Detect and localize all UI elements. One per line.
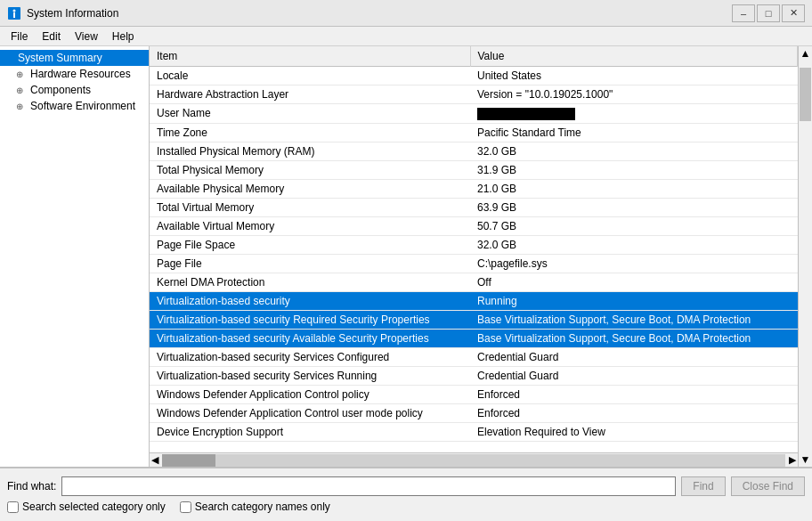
find-bar: Find what: Find Close Find Search select… [0,468,812,521]
sidebar-item-hardware-resources[interactable]: ⊕Hardware Resources [0,66,149,82]
find-row: Find what: Find Close Find [7,476,805,496]
table-row[interactable]: Windows Defender Application Control pol… [150,385,798,403]
cell-value [470,104,798,124]
scroll-down-btn[interactable]: ▼ [799,452,812,467]
table-row[interactable]: Time ZonePacific Standard Time [150,123,798,142]
cell-item: Locale [150,67,470,85]
content-area: Item Value LocaleUnited StatesHardware A… [150,46,798,467]
table-row[interactable]: Page FileC:\pagefile.sys [150,254,798,273]
h-scroll-track[interactable] [162,454,785,467]
cell-item: Virtualization-based security Services C… [150,347,470,366]
main-area: System Summary⊕Hardware Resources⊕Compon… [0,46,812,468]
cell-value: Credential Guard [470,347,798,366]
cell-item: Page File Space [150,235,470,254]
find-what-label: Find what: [7,480,56,493]
cell-item: Total Physical Memory [150,160,470,179]
cell-item: Windows Defender Application Control pol… [150,385,470,403]
cell-item: Time Zone [150,123,470,142]
expander-icon: ⊕ [16,102,28,111]
table-row[interactable]: Device Encryption SupportElevation Requi… [150,422,798,441]
cell-item: Available Virtual Memory [150,216,470,235]
col-header-item: Item [150,46,470,67]
window-controls: – □ ✕ [732,4,805,22]
search-selected-category-label: Search selected category only [7,501,166,513]
cell-value: 63.9 GB [470,198,798,216]
cell-value: Running [470,291,798,310]
table-row[interactable]: Page File Space32.0 GB [150,235,798,254]
sidebar-label: System Summary [18,52,102,64]
cell-value: 21.0 GB [470,179,798,198]
scroll-left-btn[interactable]: ◀ [150,454,160,466]
table-row[interactable]: Virtualization-based securityRunning [150,291,798,310]
check-row: Search selected category only Search cat… [7,501,805,513]
cell-value: United States [470,67,798,85]
horizontal-scrollbar[interactable]: ◀ ▶ [150,452,798,467]
cell-item: Total Virtual Memory [150,198,470,216]
table-row[interactable]: User Name [150,104,798,124]
cell-value: Base Virtualization Support, Secure Boot… [470,310,798,329]
table-row[interactable]: Windows Defender Application Control use… [150,403,798,422]
find-button[interactable]: Find [681,476,725,496]
table-row[interactable]: Hardware Abstraction LayerVersion = "10.… [150,85,798,104]
cell-value: 32.0 GB [470,142,798,160]
cell-item: Virtualization-based security [150,291,470,310]
sidebar-label: Components [30,84,91,96]
h-scroll-thumb[interactable] [162,454,215,467]
scroll-right-btn[interactable]: ▶ [787,454,798,466]
menu-bar: FileEditViewHelp [0,27,812,46]
cell-item: Installed Physical Memory (RAM) [150,142,470,160]
sidebar-item-software-environment[interactable]: ⊕Software Environment [0,98,149,114]
window-title: System Information [27,7,732,20]
col-header-value: Value [470,46,798,67]
table-row[interactable]: Available Virtual Memory50.7 GB [150,216,798,235]
table-row[interactable]: Total Virtual Memory63.9 GB [150,198,798,216]
cell-value: Credential Guard [470,366,798,385]
table-row[interactable]: Total Physical Memory31.9 GB [150,160,798,179]
v-scroll-thumb[interactable] [800,68,811,121]
table-row[interactable]: Virtualization-based security Services C… [150,347,798,366]
close-button[interactable]: ✕ [782,4,805,22]
table-header-row: Item Value [150,46,798,67]
table-row[interactable]: Virtualization-based security Required S… [150,310,798,329]
app-icon [7,6,21,20]
table-row[interactable]: Available Physical Memory21.0 GB [150,179,798,198]
find-input[interactable] [61,476,676,496]
menu-item-view[interactable]: View [68,28,105,45]
table-row[interactable]: Kernel DMA ProtectionOff [150,273,798,291]
cell-item: User Name [150,104,470,124]
maximize-button[interactable]: □ [757,4,780,22]
cell-value: Elevation Required to View [470,422,798,441]
svg-rect-2 [13,12,15,18]
menu-item-edit[interactable]: Edit [35,28,68,45]
vertical-scrollbar[interactable]: ▲ ▼ [798,46,812,467]
title-bar: System Information – □ ✕ [0,0,812,27]
sidebar-item-components[interactable]: ⊕Components [0,82,149,98]
cell-value: Off [470,273,798,291]
cell-item: Virtualization-based security Required S… [150,310,470,329]
cell-item: Device Encryption Support [150,422,470,441]
cell-item: Hardware Abstraction Layer [150,85,470,104]
table-row[interactable]: Installed Physical Memory (RAM)32.0 GB [150,142,798,160]
minimize-button[interactable]: – [732,4,755,22]
menu-item-help[interactable]: Help [105,28,142,45]
search-category-names-checkbox[interactable] [180,501,191,513]
cell-value: Enforced [470,385,798,403]
cell-value: C:\pagefile.sys [470,254,798,273]
table-row[interactable]: Virtualization-based security Services R… [150,366,798,385]
close-find-button[interactable]: Close Find [731,476,805,496]
data-table: Item Value LocaleUnited StatesHardware A… [150,46,798,452]
scroll-up-btn[interactable]: ▲ [799,46,812,61]
cell-value: 31.9 GB [470,160,798,179]
search-selected-category-checkbox[interactable] [7,501,19,513]
cell-value: Pacific Standard Time [470,123,798,142]
info-table: Item Value LocaleUnited StatesHardware A… [150,46,798,442]
cell-item: Virtualization-based security Services R… [150,366,470,385]
table-row[interactable]: LocaleUnited States [150,67,798,85]
table-row[interactable]: Virtualization-based security Available … [150,329,798,347]
cell-value: 50.7 GB [470,216,798,235]
redacted-value [477,108,575,120]
cell-item: Available Physical Memory [150,179,470,198]
search-category-names-label: Search category names only [180,501,330,513]
menu-item-file[interactable]: File [4,28,35,45]
sidebar-item-system-summary[interactable]: System Summary [0,50,149,66]
